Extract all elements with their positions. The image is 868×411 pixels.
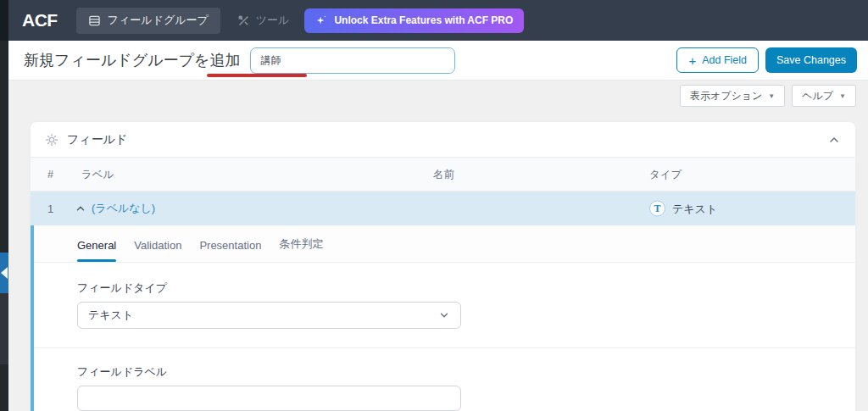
- column-header-name: 名前: [433, 167, 454, 181]
- screen-meta-links: 表示オプション ▼ ヘルプ ▼: [680, 85, 856, 107]
- fields-panel: フィールド # ラベル 名前 タイプ 1: [30, 121, 856, 411]
- field-type-selected-value: テキスト: [88, 308, 133, 323]
- header-actions: + Add Field Save Changes: [676, 47, 857, 73]
- wp-admin-menu-collapsed: [0, 0, 8, 411]
- save-changes-label: Save Changes: [776, 54, 846, 66]
- field-row-collapse-chevron-up-icon[interactable]: [75, 203, 86, 214]
- column-header-label: ラベル: [81, 167, 114, 181]
- tab-presentation[interactable]: Presentation: [199, 239, 261, 262]
- field-row-label-link[interactable]: (ラベルなし): [92, 201, 155, 216]
- wp-menu-collapse-arrow-icon[interactable]: [1, 267, 8, 279]
- text-field-type-icon: T: [649, 201, 665, 217]
- fields-table-header: # ラベル 名前 タイプ: [31, 158, 855, 192]
- acf-top-nav: ACF フィールドグループ ツール: [8, 0, 868, 41]
- caret-down-icon: ▼: [839, 92, 846, 100]
- page-header: 新規フィールドグループを追加 + Add Field Save Changes: [8, 41, 868, 81]
- field-label-label: フィールドラベル: [77, 364, 855, 380]
- acf-new-field-group-screen: ACF フィールドグループ ツール: [0, 0, 868, 411]
- content-area: 表示オプション ▼ ヘルプ ▼ フィールド: [8, 81, 868, 411]
- tab-conditional-logic[interactable]: 条件判定: [279, 236, 323, 262]
- nav-tab-field-groups-label: フィールドグループ: [108, 13, 209, 28]
- save-changes-button[interactable]: Save Changes: [765, 47, 857, 73]
- add-field-label: Add Field: [702, 54, 747, 66]
- nav-tab-field-groups[interactable]: フィールドグループ: [76, 8, 220, 34]
- field-groups-icon: [88, 14, 101, 27]
- nav-tab-tools-label: ツール: [256, 13, 290, 28]
- caret-down-icon: ▼: [768, 92, 775, 100]
- field-group-title-input[interactable]: [250, 47, 455, 74]
- fields-panel-header: フィールド: [31, 122, 855, 158]
- unlock-pro-label: Unlock Extra Features with ACF PRO: [334, 14, 513, 26]
- field-settings-panel: General Validation Presentation 条件判定 フィー…: [31, 225, 855, 411]
- page-title: 新規フィールドグループを追加: [24, 50, 240, 70]
- screen-options-label: 表示オプション: [690, 89, 762, 103]
- plus-icon: +: [688, 54, 696, 67]
- chevron-down-icon: [438, 309, 450, 321]
- field-label-input[interactable]: [77, 386, 461, 411]
- field-row-1[interactable]: 1 (ラベルなし) T テキスト: [31, 192, 855, 225]
- acf-logo[interactable]: ACF: [22, 10, 58, 31]
- help-button[interactable]: ヘルプ ▼: [792, 85, 856, 107]
- wp-admin-menu-top: [0, 0, 8, 41]
- field-row-type: T テキスト: [649, 201, 717, 217]
- field-label-setting: フィールドラベル これは、編集ページに表示される名前です: [34, 348, 855, 411]
- column-header-num: #: [47, 169, 53, 181]
- field-settings-tabs: General Validation Presentation 条件判定: [34, 225, 855, 263]
- unlock-pro-button[interactable]: Unlock Extra Features with ACF PRO: [304, 8, 524, 33]
- nav-tab-tools[interactable]: ツール: [237, 13, 290, 28]
- gear-icon: [45, 133, 58, 147]
- fields-panel-title: フィールド: [67, 132, 127, 147]
- field-row-type-label: テキスト: [672, 201, 717, 216]
- panel-collapse-chevron-up-icon[interactable]: [827, 133, 841, 147]
- screen-options-button[interactable]: 表示オプション ▼: [680, 85, 785, 107]
- field-type-setting: フィールドタイプ テキスト: [34, 263, 855, 329]
- column-header-type: タイプ: [649, 167, 682, 181]
- red-underline-annotation: [207, 74, 307, 77]
- field-type-label: フィールドタイプ: [77, 280, 855, 296]
- field-type-select[interactable]: テキスト: [77, 302, 461, 329]
- add-field-button[interactable]: + Add Field: [676, 47, 759, 73]
- help-label: ヘルプ: [802, 89, 833, 103]
- field-row-number: 1: [47, 203, 53, 215]
- tab-validation[interactable]: Validation: [134, 239, 181, 262]
- tools-icon: [237, 14, 250, 27]
- sparkle-icon: [315, 14, 327, 26]
- tab-general[interactable]: General: [77, 239, 116, 262]
- wp-admin-menu-submenu: [0, 293, 8, 364]
